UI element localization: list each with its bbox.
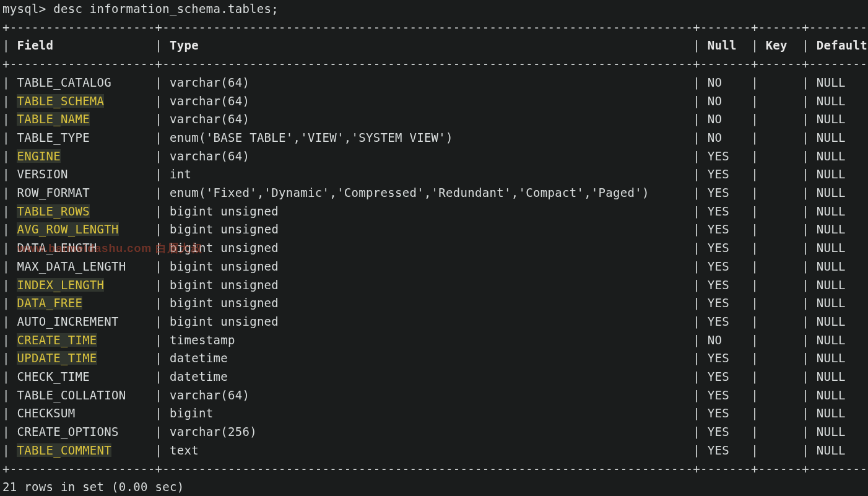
column-header: Null	[708, 38, 744, 52]
table-field-highlighted: INDEX_LENGTH	[17, 278, 104, 292]
table-cell: varchar(64)	[170, 112, 685, 126]
table-cell	[766, 278, 795, 292]
table-cell: YES	[708, 296, 744, 310]
table-field-highlighted: AVG_ROW_LENGTH	[17, 222, 118, 236]
table-cell: bigint unsigned	[170, 315, 685, 328]
table-cell: NULL	[817, 149, 868, 163]
table-cell: timestamp	[170, 333, 685, 347]
table-cell: bigint	[170, 406, 685, 420]
table-field-highlighted: CREATE_TIME	[17, 333, 97, 347]
table-field: VERSION	[17, 167, 147, 181]
table-cell	[766, 186, 795, 199]
table-cell: int	[170, 167, 685, 181]
table-cell: NULL	[817, 112, 868, 126]
table-cell: YES	[708, 149, 744, 163]
table-cell: NULL	[817, 333, 868, 347]
mysql-terminal[interactable]: mysql> desc information_schema.tables; +…	[0, 0, 868, 496]
table-cell: varchar(64)	[170, 94, 685, 108]
table-cell	[766, 296, 795, 310]
table-field: MAX_DATA_LENGTH	[17, 259, 147, 273]
table-cell: NULL	[817, 76, 868, 89]
table-field-highlighted: TABLE_ROWS	[17, 204, 89, 218]
table-cell	[766, 370, 795, 383]
table-cell: NULL	[817, 443, 868, 457]
table-cell: NULL	[817, 370, 868, 383]
table-cell: YES	[708, 425, 744, 438]
table-cell	[766, 76, 795, 89]
column-header: Key	[766, 38, 795, 52]
table-field: AUTO_INCREMENT	[17, 315, 147, 328]
table-cell: NULL	[817, 296, 868, 310]
column-header: Type	[170, 38, 685, 52]
table-cell: NULL	[817, 131, 868, 144]
table-field-highlighted: TABLE_NAME	[17, 112, 89, 126]
table-cell: NULL	[817, 278, 868, 292]
table-cell: NULL	[817, 425, 868, 438]
table-field-highlighted: TABLE_SCHEMA	[17, 94, 104, 108]
table-field: DATA_LENGTH	[17, 241, 147, 255]
table-cell: YES	[708, 370, 744, 383]
table-cell: NULL	[817, 241, 868, 255]
table-cell: NULL	[817, 259, 868, 273]
table-field: CHECK_TIME	[17, 370, 147, 383]
table-cell	[766, 94, 795, 108]
table-cell: NULL	[817, 406, 868, 420]
table-cell: bigint unsigned	[170, 259, 685, 273]
table-cell: bigint unsigned	[170, 204, 685, 218]
column-header: Field	[17, 38, 147, 52]
table-cell: bigint unsigned	[170, 241, 685, 255]
table-cell: YES	[708, 443, 744, 457]
table-cell	[766, 204, 795, 218]
table-cell	[766, 131, 795, 144]
table-cell: YES	[708, 222, 744, 236]
table-cell: datetime	[170, 351, 685, 365]
table-cell: YES	[708, 315, 744, 328]
table-field: ROW_FORMAT	[17, 186, 147, 199]
sql-prompt: mysql> desc information_schema.tables;	[2, 2, 279, 15]
table-cell: YES	[708, 388, 744, 402]
table-field-highlighted: ENGINE	[17, 149, 60, 163]
result-footer: 21 rows in set (0.00 sec)	[2, 480, 184, 494]
table-field: CREATE_OPTIONS	[17, 425, 147, 438]
table-cell: enum('Fixed','Dynamic','Compressed','Red…	[170, 186, 685, 199]
table-cell: YES	[708, 406, 744, 420]
table-rule: +--------------------+------------------…	[2, 20, 868, 34]
table-field: TABLE_COLLATION	[17, 388, 147, 402]
table-cell	[766, 259, 795, 273]
table-cell: YES	[708, 241, 744, 255]
table-field-highlighted: UPDATE_TIME	[17, 351, 97, 365]
table-field-highlighted: DATA_FREE	[17, 296, 82, 310]
table-field: CHECKSUM	[17, 406, 147, 420]
table-cell: bigint unsigned	[170, 278, 685, 292]
table-cell: text	[170, 443, 685, 457]
table-cell: NULL	[817, 167, 868, 181]
table-cell: NULL	[817, 186, 868, 199]
table-rule: +--------------------+------------------…	[2, 57, 868, 71]
table-cell: NULL	[817, 315, 868, 328]
table-cell: enum('BASE TABLE','VIEW','SYSTEM VIEW')	[170, 131, 685, 144]
table-cell: NULL	[817, 222, 868, 236]
table-cell: varchar(64)	[170, 388, 685, 402]
table-cell	[766, 241, 795, 255]
table-cell: bigint unsigned	[170, 296, 685, 310]
table-cell: YES	[708, 278, 744, 292]
table-cell: NULL	[817, 94, 868, 108]
table-cell: NO	[708, 76, 744, 89]
table-cell	[766, 222, 795, 236]
table-cell	[766, 443, 795, 457]
column-header: Default	[817, 38, 868, 52]
table-cell	[766, 333, 795, 347]
table-cell	[766, 315, 795, 328]
table-cell: YES	[708, 259, 744, 273]
table-cell: varchar(64)	[170, 149, 685, 163]
table-cell: YES	[708, 186, 744, 199]
table-cell: NULL	[817, 351, 868, 365]
table-field: TABLE_TYPE	[17, 131, 147, 144]
table-cell: bigint unsigned	[170, 222, 685, 236]
table-cell: YES	[708, 167, 744, 181]
table-cell: varchar(256)	[170, 425, 685, 438]
table-cell: NO	[708, 333, 744, 347]
table-cell	[766, 167, 795, 181]
table-cell	[766, 112, 795, 126]
table-rule: +--------------------+------------------…	[2, 462, 868, 476]
